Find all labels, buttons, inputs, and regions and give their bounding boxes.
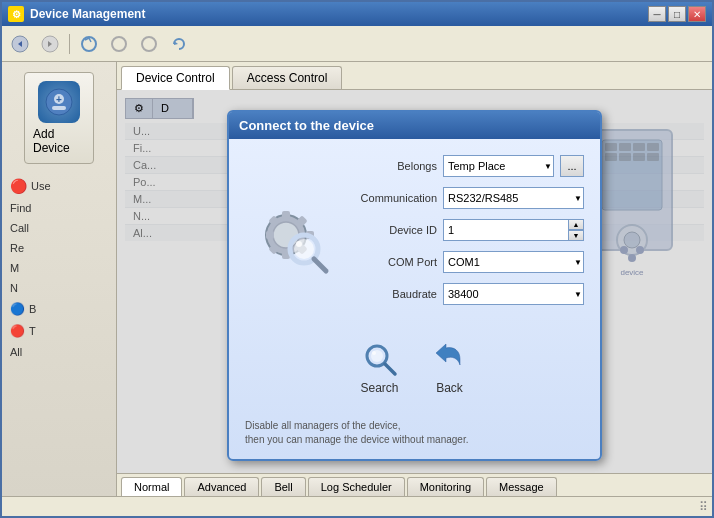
sidebar-item-label-6: All [10,346,22,358]
tab-message[interactable]: Message [486,477,557,496]
right-panel: Device Control Access Control ⚙ D [117,62,712,496]
tab-advanced[interactable]: Advanced [184,477,259,496]
window-title: Device Management [30,7,145,21]
belongs-select-wrapper: Temp Place Place 1 ▼ [443,155,554,177]
sidebar-item-4[interactable]: M [2,258,116,278]
resize-grip: ⠿ [699,500,708,514]
svg-marker-7 [174,41,178,45]
sidebar-item-label-t: T [29,325,36,337]
svg-point-6 [142,37,156,51]
device-icon: + [44,87,74,117]
svg-point-5 [112,37,126,51]
communication-row: Communication RS232/RS485 TCP/IP ▼ [347,187,584,209]
sidebar-item-label-3: Re [10,242,24,254]
dialog-footer: Disable all managers of the device,then … [229,411,600,459]
svg-line-40 [314,259,326,271]
refresh-button-4[interactable] [165,30,193,58]
svg-text:+: + [56,94,62,105]
add-device-icon: + [38,81,80,123]
refresh-icon-2 [110,35,128,53]
sidebar: + Add Device 🔴 Use Find Call Re [2,62,117,496]
dialog-title: Connect to the device [239,118,374,133]
dialog-footer-text: Disable all managers of the device,then … [245,420,468,445]
back-dialog-icon [432,341,468,377]
baudrate-select-wrapper: 38400 9600 19200 ▼ [443,283,584,305]
belongs-browse-button[interactable]: ... [560,155,584,177]
tab-bell[interactable]: Bell [261,477,305,496]
com-port-row: COM Port COM1 COM2 COM3 ▼ [347,251,584,273]
back-icon [11,35,29,53]
sidebar-item-t[interactable]: 🔴 T [2,320,116,342]
search-icon-container [360,341,400,377]
device-id-input[interactable] [443,219,584,241]
main-window: ⚙ Device Management ─ □ ✕ [0,0,714,518]
com-port-select[interactable]: COM1 COM2 COM3 [443,251,584,273]
sidebar-menu: 🔴 Use Find Call Re M N [2,174,116,362]
tab-log-scheduler[interactable]: Log Scheduler [308,477,405,496]
maximize-button[interactable]: □ [668,6,686,22]
sidebar-item-label-4: M [10,262,19,274]
back-button[interactable] [6,30,34,58]
sidebar-item-label-1: Find [10,202,31,214]
svg-point-41 [296,241,302,247]
forward-button[interactable] [36,30,64,58]
tab-normal[interactable]: Normal [121,477,182,496]
belongs-select[interactable]: Temp Place Place 1 [443,155,554,177]
sidebar-item-5[interactable]: N [2,278,116,298]
status-bar: ⠿ [2,496,712,516]
sidebar-item-label-b: B [29,303,36,315]
svg-point-44 [372,351,376,355]
back-dialog-icon-container [430,341,470,377]
communication-select[interactable]: RS232/RS485 TCP/IP [443,187,584,209]
title-bar-left: ⚙ Device Management [8,6,145,22]
svg-rect-10 [52,106,66,110]
tab-access-control[interactable]: Access Control [232,66,343,89]
content-area: ⚙ D U... Fi... Ca... Po... M... N... Al.… [117,90,712,473]
svg-rect-32 [266,231,274,239]
sidebar-item-1[interactable]: Find [2,198,116,218]
sidebar-item-label-0: Use [31,180,51,192]
sidebar-item-b[interactable]: 🔵 B [2,298,116,320]
device-id-spinners: ▲ ▼ [568,219,584,241]
add-device-label: Add Device [33,127,85,155]
svg-point-29 [273,222,299,248]
search-button[interactable]: Search [360,341,400,395]
dialog-actions: Search Back [229,331,600,411]
modal-overlay: Connect to the device [117,90,712,473]
tab-monitoring[interactable]: Monitoring [407,477,484,496]
sidebar-item-6[interactable]: All [2,342,116,362]
sidebar-item-label-5: N [10,282,18,294]
toolbar [2,26,712,62]
dialog-icon [245,155,335,315]
minimize-button[interactable]: ─ [648,6,666,22]
top-tabs: Device Control Access Control [117,62,712,90]
refresh-button-3[interactable] [135,30,163,58]
refresh-button-2[interactable] [105,30,133,58]
baudrate-select[interactable]: 38400 9600 19200 [443,283,584,305]
gear-magnify-icon [248,193,333,278]
device-id-spin-wrapper: ▲ ▼ [443,219,584,241]
connect-dialog: Connect to the device [227,110,602,461]
refresh-icon-1 [80,35,98,53]
sidebar-item-0[interactable]: 🔴 Use [2,174,116,198]
device-id-label: Device ID [347,224,437,236]
toolbar-separator-1 [69,34,70,54]
refresh-icon-4 [170,35,188,53]
close-button[interactable]: ✕ [688,6,706,22]
communication-select-wrapper: RS232/RS485 TCP/IP ▼ [443,187,584,209]
add-device-button[interactable]: + Add Device [24,72,94,164]
device-id-down[interactable]: ▼ [568,230,584,241]
window-controls: ─ □ ✕ [648,6,706,22]
sidebar-item-2[interactable]: Call [2,218,116,238]
svg-rect-30 [282,211,290,219]
tab-device-control[interactable]: Device Control [121,66,230,90]
device-id-up[interactable]: ▲ [568,219,584,230]
sidebar-item-3[interactable]: Re [2,238,116,258]
belongs-label: Belongs [347,160,437,172]
baudrate-label: Baudrate [347,288,437,300]
refresh-button-1[interactable] [75,30,103,58]
device-id-row: Device ID ▲ ▼ [347,219,584,241]
sidebar-item-label-2: Call [10,222,29,234]
back-dialog-button[interactable]: Back [430,341,470,395]
dialog-form: Belongs Temp Place Place 1 ▼ ... [347,155,584,315]
